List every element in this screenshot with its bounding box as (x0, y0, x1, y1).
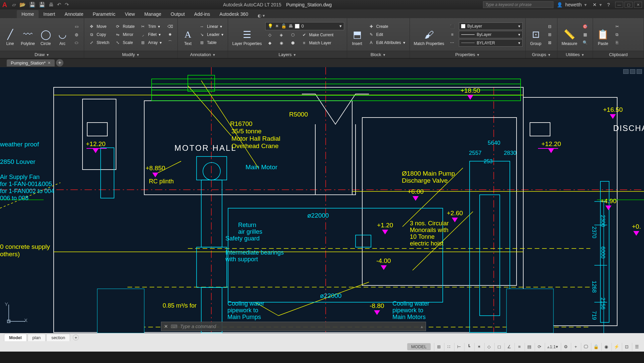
rect-icon[interactable]: ▭ (72, 22, 81, 30)
match-properties-button[interactable]: 🖌Match Properties (413, 22, 446, 47)
tab-parametric[interactable]: Parametric (88, 10, 120, 18)
cmd-close-icon[interactable]: ✕ (164, 324, 168, 329)
lineweight-dropdown[interactable]: ByLayer▾ (459, 31, 523, 38)
group-button[interactable]: ⊡Group (528, 22, 543, 47)
erase-icon[interactable]: ⌫ (165, 22, 175, 30)
exchange-icon[interactable]: ✕ (593, 2, 597, 7)
status-hw-icon[interactable]: ⚡ (611, 343, 621, 351)
qat-redo-icon[interactable]: ↷ (65, 2, 69, 8)
status-iso-icon[interactable]: ◇ (484, 343, 494, 351)
status-snap-icon[interactable]: ∷ (444, 343, 453, 351)
document-tab[interactable]: Pumping_Station*✕ (7, 59, 55, 66)
tab-addins[interactable]: Add-ins (190, 10, 215, 18)
close-button[interactable]: ✕ (634, 2, 642, 8)
clip-icon[interactable]: ⎘ (612, 39, 622, 46)
status-isolate-icon[interactable]: ◉ (601, 343, 611, 351)
group-icon-2[interactable]: ⊞ (545, 31, 554, 38)
match-layer-button[interactable]: ≡Match Layer (300, 39, 335, 47)
new-tab-button[interactable]: + (56, 59, 63, 66)
array-button[interactable]: ⊞Array ▾ (138, 39, 163, 46)
layout-model[interactable]: Model (4, 334, 27, 341)
block-create-button[interactable]: ✚Create (367, 22, 407, 30)
ellipse-icon[interactable]: ⬭ (72, 39, 81, 46)
line-button[interactable]: ╱Line (3, 22, 17, 47)
rotate-button[interactable]: ⟳Rotate (113, 22, 136, 30)
layer-icon-1[interactable]: ◇ (265, 31, 275, 39)
status-custom-icon[interactable]: ☰ (632, 343, 641, 351)
status-model-button[interactable]: MODEL (407, 343, 431, 350)
qat-plot-icon[interactable]: 🖶 (49, 2, 54, 8)
tab-a360[interactable]: Autodesk 360 (215, 10, 253, 18)
layout-section[interactable]: section (46, 334, 70, 341)
qat-open-icon[interactable]: 📂 (19, 2, 26, 8)
add-layout-button[interactable]: + (73, 334, 79, 341)
lt-icon[interactable]: ⋯ (447, 39, 457, 46)
copy-icon[interactable]: ⧉ (612, 31, 622, 38)
tab-overflow-icon[interactable]: ◐ ▾ (258, 13, 265, 18)
status-trans-icon[interactable]: ▤ (525, 343, 534, 351)
util-icon-2[interactable]: ▦ (581, 31, 590, 38)
layer-icon-6[interactable]: ⬢ (288, 39, 298, 47)
status-ortho-icon[interactable]: ┗ (464, 343, 474, 351)
status-lock-icon[interactable]: 🔒 (591, 343, 601, 351)
layer-properties-button[interactable]: ☰Layer Properties (231, 22, 263, 47)
status-osnap-icon[interactable]: ◻ (494, 343, 504, 351)
help-search-input[interactable]: Type a keyword or phrase (483, 1, 553, 8)
status-plus-icon[interactable]: + (571, 343, 580, 351)
status-polar-icon[interactable]: ✶ (474, 343, 484, 351)
tab-annotate[interactable]: Annotate (60, 10, 88, 18)
color-icon[interactable]: ⬛ (447, 22, 457, 30)
close-tab-icon[interactable]: ✕ (48, 61, 51, 65)
polyline-button[interactable]: 〰Polyline (19, 22, 36, 47)
status-lw-icon[interactable]: ≡ (515, 343, 524, 351)
color-dropdown[interactable]: ByLayer▾ (459, 22, 523, 30)
signin-icon[interactable]: 👤 (557, 2, 562, 7)
explode-icon[interactable]: ✸ (165, 31, 175, 38)
linear-dim-button[interactable]: ↔Linear ▾ (197, 22, 225, 30)
minimize-button[interactable]: — (615, 2, 623, 8)
qat-save-icon[interactable]: 💾 (29, 2, 36, 8)
circle-button[interactable]: ◯Circle (38, 22, 53, 47)
block-edit-button[interactable]: ✎Edit (367, 31, 407, 38)
qat-saveas-icon[interactable]: 💾 (39, 2, 45, 8)
tab-view[interactable]: View (120, 10, 140, 18)
layer-dropdown[interactable]: 💡☀🔓🖶 0▾ (265, 22, 344, 30)
status-monitor-icon[interactable]: 🖵 (581, 343, 590, 351)
tab-manage[interactable]: Manage (140, 10, 166, 18)
layer-icon-2[interactable]: ◆ (265, 39, 275, 47)
status-clean-icon[interactable]: ⊡ (622, 343, 631, 351)
fillet-button[interactable]: ◞Fillet ▾ (138, 31, 163, 38)
linetype-dropdown[interactable]: BYLAYER▾ (459, 39, 523, 47)
tab-output[interactable]: Output (166, 10, 190, 18)
measure-button[interactable]: 📏Measure (560, 22, 579, 47)
mirror-button[interactable]: ⇋Mirror (113, 31, 136, 38)
layer-icon-4[interactable]: ◉ (277, 39, 286, 47)
status-infer-icon[interactable]: ⊢ (454, 343, 464, 351)
status-grid-icon[interactable]: ⊞ (434, 343, 443, 351)
make-current-button[interactable]: ✔Make Current (300, 31, 335, 39)
status-cycle-icon[interactable]: ⟳ (535, 343, 544, 351)
paste-button[interactable]: 📋Paste (596, 22, 610, 47)
qat-undo-icon[interactable]: ↶ (57, 2, 61, 8)
status-annoscale[interactable]: ⟁ 1:1 ▾ (545, 343, 560, 351)
status-track-icon[interactable]: ∠ (504, 343, 514, 351)
layout-plan[interactable]: plan (28, 334, 46, 341)
leader-button[interactable]: ↘Leader ▾ (197, 31, 225, 38)
drawing-canvas[interactable]: MOTOR HALL 35/5 tonne Motor Hall Radial … (0, 67, 644, 333)
offset-icon[interactable]: ⌒ (165, 39, 175, 46)
stretch-button[interactable]: ⤢Stretch (87, 39, 111, 46)
tab-insert[interactable]: Insert (39, 10, 60, 18)
scale-button[interactable]: ⤡Scale (113, 39, 136, 46)
lw-icon[interactable]: ≡ (447, 31, 457, 38)
group-icon-3[interactable]: ⊠ (545, 39, 554, 46)
edit-attributes-button[interactable]: AEdit Attributes ▾ (367, 39, 407, 46)
hatch-icon[interactable]: ◍ (72, 31, 81, 38)
layer-icon-3[interactable]: ◈ (277, 31, 286, 39)
qat-new-icon[interactable]: ▱ (12, 2, 16, 8)
cut-icon[interactable]: ✂ (612, 22, 622, 30)
group-icon-1[interactable]: ⊟ (545, 22, 554, 30)
username[interactable]: hewetth (565, 2, 582, 7)
layer-icon-5[interactable]: ⬡ (288, 31, 298, 39)
help-icon[interactable]: ? (607, 2, 610, 7)
status-gear-icon[interactable]: ⚙ (561, 343, 570, 351)
